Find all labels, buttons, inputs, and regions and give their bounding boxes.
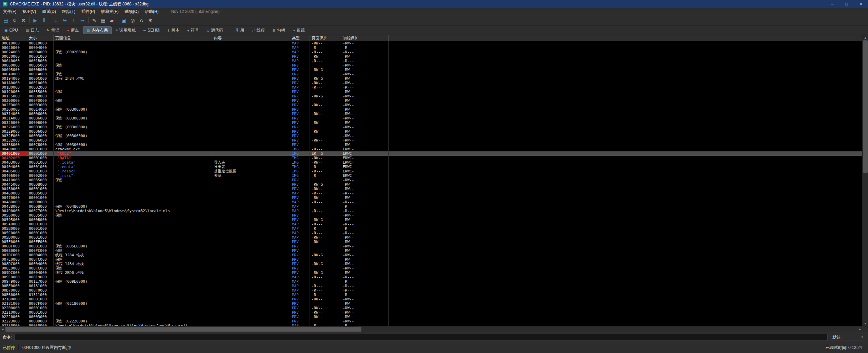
column-header-initial-protection[interactable]: 初始保护 [341,35,389,41]
table-row[interactable]: 005A000000001000MAP-R----R--- [0,222,862,226]
scroll-left-arrow[interactable]: ◄ [0,327,5,332]
tab-threads[interactable]: ⇄线程 [248,26,268,34]
settings-button[interactable]: ✱ [146,16,155,24]
tab-symbols[interactable]: ♦符号 [183,26,202,34]
table-row[interactable]: 0002400000004000保留 (00020000)MAP-R----R-… [0,50,862,54]
table-row[interactable]: 002FD00000003000PRV-RW---RW-- [0,103,862,107]
column-header-content[interactable]: 内容 [212,35,290,41]
horizontal-scroll-thumb[interactable] [5,327,361,332]
table-row[interactable]: 0222000000003000PRV-RW---RW-- [0,315,862,319]
table-row[interactable]: 0040600000002000 ".rsrc"资源IMG-R---ERWC- [0,173,862,178]
table-row[interactable]: 0030000000014000保留 (00300000)PRV-RW-- [0,107,862,112]
maximize-button[interactable]: □ [840,0,854,8]
table-row[interactable]: 0218000000001000PRV-RW---RW-- [0,297,862,301]
table-row[interactable]: 00338000000C8000保留 (00300000)PRV-RW-- [0,143,862,147]
column-header-type[interactable]: 类型 [290,35,310,41]
breakpoints-button[interactable]: ▣ [119,16,128,24]
menu-item[interactable]: 选项(O) [122,8,142,15]
assemble-button[interactable]: ✎ [90,16,99,24]
close-button[interactable]: ✖ [19,16,28,24]
table-row[interactable]: 005C000000001000MAP-R----R--- [0,231,862,235]
menu-item[interactable]: 文件(F) [0,8,19,15]
table-row[interactable]: 0040000000001000crackme.exeIMG-R---ERWC- [0,147,862,151]
vertical-scroll-track[interactable] [863,40,868,321]
table-row[interactable]: 0033200000006000PRV-RW---RW-- [0,138,862,143]
table-row[interactable]: 0046000000005000MAP-R----R--- [0,191,862,196]
font-button[interactable]: A [137,16,146,24]
close-window-button[interactable]: × [854,0,868,8]
table-row[interactable]: 0040100000001000 "CODE"IMGER--GERWC- [0,151,862,156]
table-row[interactable]: 0056000000035000保留PRV-RW-- [0,213,862,218]
table-row[interactable]: 0048000000008000MAP-R----R--- [0,200,862,204]
tab-handles[interactable]: ⊕句柄 [269,26,289,34]
table-row[interactable]: 0002000000004000MAP-R----R--- [0,45,862,50]
pause-button[interactable]: ‖ [40,16,48,24]
table-row[interactable]: 005E0000000FF000PRV-RW---RW-- [0,240,862,244]
table-row[interactable]: 0032000000006000PRV-RW---RW-- [0,120,862,125]
table-row[interactable]: 00BE000000181000MAP-R----R--- [0,284,862,288]
menu-item[interactable]: 视图(V) [19,8,39,15]
table-row[interactable]: 0040200000001000 "DATA"IMG-RW--ERWC- [0,156,862,160]
table-row[interactable]: 021810000007F000保留 (02180000)PRV-RW-- [0,301,862,306]
restart-button[interactable]: ↻ [10,16,19,24]
menu-item[interactable]: 调试(D) [39,8,59,15]
table-row[interactable]: 0221000000001000PRV-RW---RW-- [0,310,862,315]
table-row[interactable]: 0041000000035000保留PRV-RW-- [0,178,862,182]
tab-script[interactable]: ƒ脚本 [164,26,183,34]
horizontal-scrollbar[interactable]: ◄ ► [0,327,863,332]
table-row[interactable]: 00D70000000F0000MAP-R----R--- [0,288,862,293]
table-row[interactable]: 00200000000FD000保留PRV-RW-- [0,98,862,103]
table-row[interactable]: 001C000000035000保留PRV-RW-- [0,90,862,94]
table-row[interactable]: 0003000000001000PRV-RW---RW-- [0,54,862,59]
tab-references[interactable]: →引用 [227,26,248,34]
table-row[interactable]: 0032F00000003000保留 (00300000)PRV-RW-- [0,134,862,138]
table-row[interactable]: 009F9000001E7000保留 (009E0000)MAP-R--- [0,279,862,284]
table-row[interactable]: 005950000000B000PRV-RW-G-RW-- [0,218,862,222]
tab-seh-chain[interactable]: ∞SEH链 [140,26,164,34]
menu-item[interactable]: 收藏夹(F) [98,8,121,15]
table-row[interactable]: 0040400000001000 ".edata"导出表IMG-R---ERWC… [0,165,862,169]
tab-memory-map[interactable]: ▦内存布局 [83,26,112,34]
table-row[interactable]: 000A0000000F4000保留PRV-RW-- [0,72,862,76]
tab-call-stack[interactable]: ≡调用堆栈 [112,26,139,34]
table-row[interactable]: 008E0000000FC000保留PRV-RW-- [0,266,862,271]
table-row[interactable]: 007E0000000FC000保留PRV-RW-- [0,257,862,262]
run-button[interactable]: ▶ [31,16,40,24]
table-row[interactable]: 000400000001B000MAP-R----R--- [0,59,862,63]
menu-item[interactable]: 插件(P) [78,8,98,15]
table-row[interactable]: 022230000000D000保留 (02220000)PRV-RW-- [0,319,862,323]
column-header-size[interactable]: 大小 [27,35,54,41]
table-row[interactable]: 0223000000050000\Device\HarddiskVolume5\… [0,323,862,326]
column-header-page-protection[interactable]: 页面保护 [310,35,341,41]
eraser-button[interactable]: ▰ [107,16,116,24]
table-row[interactable]: 0045000000001000PRV-RW---RW-- [0,187,862,191]
scroll-down-arrow[interactable]: ▼ [863,321,868,326]
table-row[interactable]: 0040300000001000 ".idata"导入表IMG-RW--ERWC… [0,160,862,165]
menu-item[interactable]: 跟踪(T) [59,8,78,15]
table-row[interactable]: 0031400000006000PRV-RW---RW-- [0,112,862,116]
table-row[interactable]: 005D000000001000MAP-RW---RW-- [0,235,862,240]
table-row[interactable]: 0047000000001000PRV-RW---RW-- [0,196,862,200]
tab-source[interactable]: ◇源代码 [203,26,227,34]
tab-trace[interactable]: »跟踪 [289,26,309,34]
table-row[interactable]: 0001000000010000MAP-RW---RW-- [0,41,862,45]
table-row[interactable]: 0006000000035000保留PRV-RW-- [0,63,862,68]
table-row[interactable]: 001940000000C000线程 1F84 堆栈PRV-RW-G-RW-- [0,76,862,81]
table-row[interactable]: 0040500000001000 ".reloc"基重定位数据IMG-R---E… [0,169,862,173]
command-input[interactable] [14,334,828,341]
scroll-up-arrow[interactable]: ▲ [863,35,868,40]
menu-item[interactable]: 帮助(H) [142,8,162,15]
table-row[interactable]: 00490000000C7000\Device\HarddiskVolume5\… [0,209,862,213]
table-row[interactable]: 0032900000006000PRV-RW---RW-- [0,129,862,134]
search-button[interactable]: ◎ [128,16,137,24]
vertical-scroll-thumb[interactable] [863,40,868,173]
open-file-button[interactable]: ▤ [1,16,10,24]
table-row[interactable]: 009E000000019000MAP-R----R--- [0,275,862,279]
tab-cpu[interactable]: ▣CPU [1,26,22,34]
table-row[interactable]: 004450000000B000PRV-RW-G-RW-- [0,182,862,187]
step-out-button[interactable]: ↑ [69,16,78,24]
scroll-right-arrow[interactable]: ► [857,327,863,332]
tab-breakpoints[interactable]: ●断点 [63,26,83,34]
run-to-user-code-button[interactable]: ↦ [78,16,87,24]
table-row[interactable]: 009DC00000004000线程 2BD0 堆栈PRV-RW-G-RW-- [0,271,862,275]
